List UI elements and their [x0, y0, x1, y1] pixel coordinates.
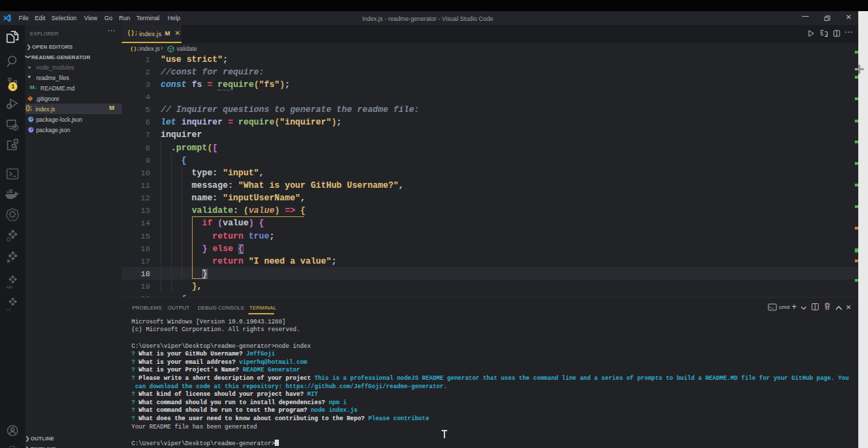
svg-text:API: API [6, 285, 13, 289]
svg-text:[--]: [--] [6, 307, 11, 311]
